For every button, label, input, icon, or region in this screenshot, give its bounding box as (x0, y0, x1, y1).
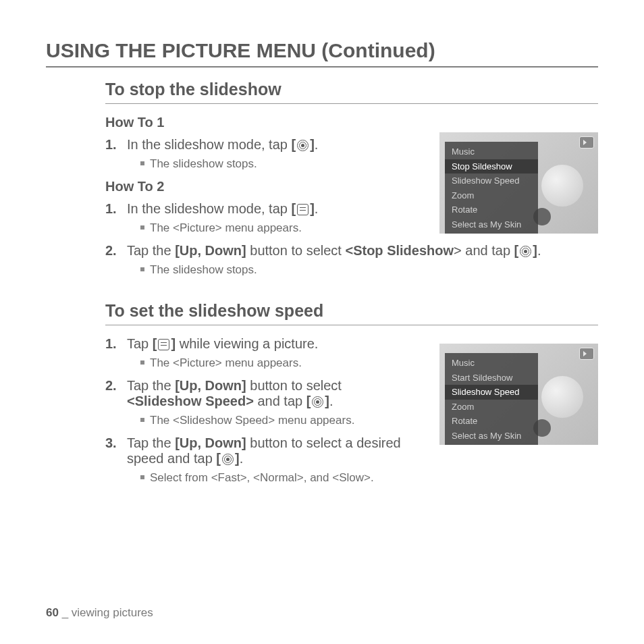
step-bold: [Up, Down] (175, 435, 246, 450)
sec2-step1: 1. Tap [] while viewing a picture. The <… (120, 336, 417, 371)
howto2-step2: 2. Tap the [Up, Down] button to select <… (120, 243, 598, 278)
step-text: Tap the (127, 378, 175, 393)
chapter-name: viewing pictures (72, 606, 153, 619)
step-text: while viewing a picture. (176, 336, 318, 351)
photo-illustration (541, 165, 583, 207)
picture-menu: MusicStop SildeshowSlideshow SpeedZoomRo… (445, 142, 538, 234)
section-heading: To stop the slideshow (105, 80, 598, 99)
step-text: Tap (127, 336, 153, 351)
play-icon (579, 136, 594, 149)
step-text: In the slideshow mode, tap (127, 137, 291, 152)
menu-icon-ref: [] (153, 336, 176, 351)
select-icon (222, 454, 234, 465)
step-text: Tap the (127, 435, 175, 450)
select-icon (297, 140, 308, 151)
sec2-step3: 3. Tap the [Up, Down] button to select a… (120, 435, 417, 486)
step-bold: [Up, Down] (175, 378, 246, 393)
menu-item: Zoom (445, 188, 538, 203)
select-icon-ref: [] (306, 394, 329, 408)
select-icon (520, 246, 531, 257)
substep: The slideshow stops. (140, 263, 598, 278)
step-text: In the slideshow mode, tap (127, 201, 291, 216)
step-bold: [Up, Down] (175, 243, 246, 258)
step-text: . (315, 201, 319, 216)
substep: The <Picture> menu appears. (140, 356, 417, 371)
substep: Select from <Fast>, <Normal>, and <Slow>… (140, 471, 417, 486)
step-number: 1. (105, 137, 117, 153)
step-number: 2. (105, 243, 117, 259)
menu-icon (297, 204, 308, 215)
select-icon-ref: [] (291, 137, 314, 152)
step-bold: <Stop Slideshow (345, 243, 454, 258)
menu-item: Stop Sildeshow (445, 159, 538, 174)
device-screenshot-1: MusicStop SildeshowSlideshow SpeedZoomRo… (439, 132, 598, 234)
step-text: button to select (246, 243, 346, 258)
menu-item: Rotate (445, 203, 538, 217)
step-number: 2. (105, 378, 117, 394)
section-heading: To set the slideshow speed (105, 301, 598, 321)
step-text: . (240, 451, 244, 466)
device-screenshot-2: MusicStart SildeshowSlideshow SpeedZoomR… (439, 344, 598, 445)
select-icon-ref: [] (514, 243, 537, 258)
menu-icon (158, 339, 169, 350)
photo-illustration (541, 376, 583, 418)
page-footer: 60 _ viewing pictures (46, 606, 153, 620)
play-icon (579, 348, 594, 360)
select-icon-ref: [] (216, 451, 239, 466)
howto-1-label: How To 1 (105, 115, 598, 130)
menu-item: Select as My Skin (445, 217, 538, 232)
step-number: 3. (105, 435, 117, 451)
step-number: 1. (105, 336, 117, 352)
menu-item: Rotate (445, 414, 538, 429)
menu-item: Slideshow Speed (445, 385, 538, 400)
menu-item: Music (445, 356, 538, 371)
page-number: 60 (46, 606, 59, 619)
select-icon (312, 396, 323, 408)
page-title: USING THE PICTURE MENU (Continued) (46, 39, 598, 62)
menu-item: Music (445, 144, 538, 159)
step-text: button to select (246, 378, 342, 393)
step-text: and tap (254, 394, 306, 408)
section-rule (105, 325, 598, 325)
step-text: > and tap (454, 243, 514, 258)
step-text: . (537, 243, 541, 258)
menu-item: Start Sildeshow (445, 371, 538, 385)
substep: The <Slideshow Speed> menu appears. (140, 413, 417, 429)
step-number: 1. (105, 201, 117, 217)
step-text: . (329, 394, 333, 408)
step-text: . (315, 137, 319, 152)
step-bold: <Slideshow Speed> (127, 394, 254, 408)
picture-menu: MusicStart SildeshowSlideshow SpeedZoomR… (445, 353, 538, 445)
menu-item: Select as My Skin (445, 429, 538, 444)
manual-page: USING THE PICTURE MENU (Continued) To st… (0, 0, 644, 644)
section-rule (105, 103, 598, 104)
sec2-step2: 2. Tap the [Up, Down] button to select <… (120, 378, 417, 429)
menu-item: Slideshow Speed (445, 173, 538, 188)
title-rule (46, 66, 598, 68)
step-text: Tap the (127, 243, 175, 258)
menu-icon-ref: [] (291, 201, 314, 216)
footer-sep: _ (59, 606, 72, 619)
menu-item: Zoom (445, 400, 538, 414)
